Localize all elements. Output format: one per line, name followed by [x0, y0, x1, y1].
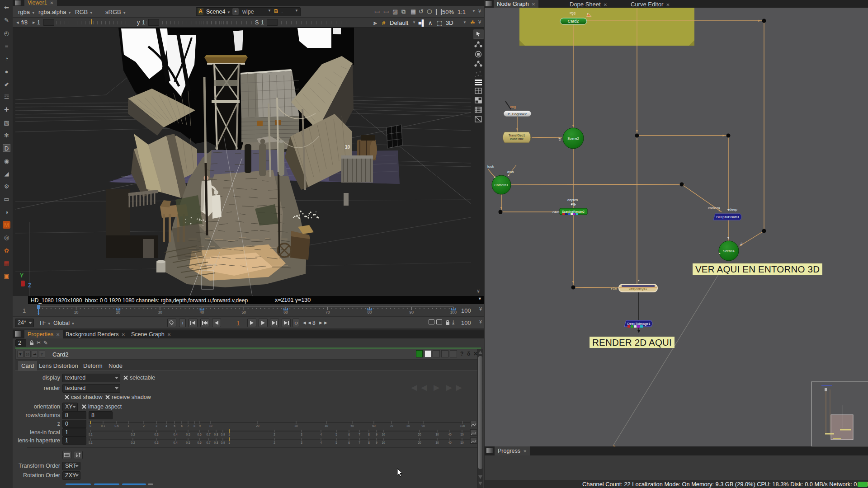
- svg-text:look: look: [487, 164, 495, 169]
- svg-text:10: 10: [74, 310, 79, 314]
- svg-text:0.5: 0.5: [186, 433, 190, 436]
- svg-text:▸De: ▸De: [611, 287, 617, 290]
- svg-text:50: 50: [460, 441, 464, 444]
- svg-text:DeepToImage1: DeepToImage1: [627, 322, 651, 326]
- svg-text:40: 40: [325, 424, 328, 427]
- svg-text:9: 9: [199, 424, 201, 427]
- svg-text:7: 7: [359, 433, 360, 436]
- svg-text:80: 80: [406, 424, 410, 427]
- svg-text:¥: ¥: [476, 289, 480, 294]
- svg-text:deep: deep: [729, 207, 737, 211]
- svg-text:img: img: [510, 105, 516, 109]
- svg-text:camera: camera: [708, 206, 720, 210]
- svg-text:5: 5: [335, 433, 337, 436]
- svg-text:80: 80: [368, 310, 372, 314]
- svg-text:20: 20: [418, 441, 421, 444]
- svg-text:O: O: [294, 321, 297, 325]
- svg-text:Camera1: Camera1: [495, 183, 509, 187]
- svg-text:0.1: 0.1: [89, 433, 93, 436]
- svg-text:7: 7: [359, 441, 360, 444]
- svg-text:0.3: 0.3: [154, 433, 158, 436]
- svg-text:70: 70: [390, 424, 393, 427]
- svg-text:20: 20: [418, 433, 421, 436]
- svg-text:4: 4: [320, 433, 322, 436]
- svg-text:30: 30: [294, 424, 298, 427]
- svg-text:0.6: 0.6: [197, 441, 201, 444]
- svg-text:10: 10: [209, 424, 212, 427]
- svg-text:50: 50: [350, 424, 354, 427]
- svg-text:20: 20: [116, 310, 120, 314]
- svg-text:60: 60: [283, 310, 288, 314]
- svg-text:Card2: Card2: [568, 19, 579, 23]
- svg-text:Scene2: Scene2: [567, 136, 579, 141]
- svg-text:2: 2: [274, 433, 275, 436]
- svg-text:0.5: 0.5: [186, 441, 190, 444]
- svg-text:100: 100: [450, 310, 457, 314]
- svg-text:70: 70: [326, 310, 330, 314]
- svg-text:3: 3: [301, 433, 302, 436]
- svg-text:0.2: 0.2: [131, 433, 135, 436]
- svg-text:0.3: 0.3: [154, 441, 158, 444]
- svg-text:ScanlineRender2: ScanlineRender2: [562, 210, 585, 213]
- svg-text:9: 9: [376, 441, 377, 444]
- svg-text:2: 2: [143, 424, 145, 427]
- svg-text:0.7: 0.7: [206, 433, 210, 436]
- svg-text:20: 20: [256, 424, 259, 427]
- svg-text:7: 7: [187, 424, 189, 427]
- svg-text:3: 3: [301, 441, 302, 444]
- svg-text:6: 6: [181, 424, 183, 427]
- svg-text:1: 1: [127, 424, 129, 427]
- svg-text:8: 8: [193, 424, 195, 427]
- svg-text:100: 100: [460, 424, 465, 427]
- svg-text:0.8: 0.8: [214, 441, 218, 444]
- svg-text:60: 60: [372, 424, 376, 427]
- svg-text:8: 8: [368, 433, 370, 436]
- svg-text:0.4: 0.4: [173, 441, 177, 444]
- svg-text:cam: cam: [552, 210, 559, 214]
- svg-text:30: 30: [435, 433, 439, 436]
- svg-text:0.4: 0.4: [173, 433, 177, 436]
- svg-text:10: 10: [345, 145, 350, 150]
- svg-text:4: 4: [165, 424, 167, 427]
- svg-text:0.6: 0.6: [197, 433, 201, 436]
- svg-text:90: 90: [421, 424, 425, 427]
- svg-text:6: 6: [348, 433, 350, 436]
- svg-text:objscn: objscn: [567, 198, 578, 202]
- svg-text:40: 40: [448, 433, 452, 436]
- svg-text:2: 2: [741, 242, 743, 246]
- svg-text:0.8: 0.8: [214, 433, 218, 436]
- svg-text:0.2: 0.2: [131, 441, 135, 444]
- svg-text:2: 2: [559, 137, 561, 141]
- svg-text:inline bbx: inline bbx: [510, 137, 524, 141]
- svg-text:8: 8: [368, 441, 370, 444]
- svg-text:30: 30: [158, 310, 162, 314]
- svg-text:0.1: 0.1: [89, 441, 93, 444]
- svg-text:0.1: 0.1: [101, 424, 105, 427]
- svg-text:2: 2: [274, 441, 275, 444]
- svg-text:30: 30: [435, 441, 439, 444]
- svg-text:P_FogBox2: P_FogBox2: [508, 112, 527, 116]
- svg-text:50: 50: [460, 433, 464, 436]
- svg-text:40: 40: [448, 441, 452, 444]
- svg-text:0.7: 0.7: [206, 441, 210, 444]
- svg-text:bg: bg: [571, 202, 575, 206]
- svg-text:6: 6: [348, 441, 350, 444]
- svg-text:Camera1: Camera1: [204, 263, 217, 267]
- svg-text:40: 40: [200, 310, 204, 314]
- svg-text:i: i: [182, 320, 183, 325]
- svg-text:0: 0: [90, 424, 91, 427]
- svg-text:4: 4: [320, 441, 322, 444]
- svg-text:50: 50: [242, 310, 246, 314]
- svg-text:10: 10: [382, 433, 385, 436]
- svg-text:Scene4: Scene4: [723, 249, 734, 253]
- svg-text:1: 1: [228, 433, 230, 436]
- svg-text:90: 90: [409, 310, 414, 314]
- svg-text:axis: axis: [507, 170, 514, 174]
- svg-text:1: 1: [228, 441, 230, 444]
- svg-text:5: 5: [335, 441, 337, 444]
- svg-text:3: 3: [156, 424, 157, 427]
- svg-text:DeepToPoints1: DeepToPoints1: [717, 215, 740, 219]
- svg-text:5: 5: [174, 424, 175, 427]
- svg-text:0.9: 0.9: [221, 441, 225, 444]
- svg-text:Z: Z: [28, 282, 31, 289]
